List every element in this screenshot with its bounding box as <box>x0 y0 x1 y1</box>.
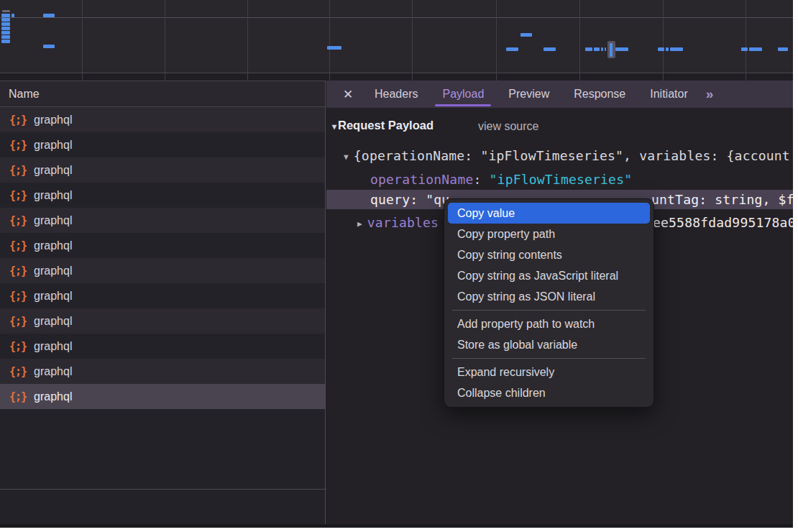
request-payload-header[interactable]: ▾Request Payload <box>332 119 434 132</box>
request-name-label: graphql <box>34 340 72 353</box>
timeline-request-bar[interactable] <box>615 47 628 51</box>
menu-item-collapse-children[interactable]: Collapse children <box>448 382 650 403</box>
timeline-request-bar[interactable] <box>658 47 664 51</box>
json-request-icon: {;} <box>9 340 27 353</box>
request-name-label: graphql <box>34 139 72 152</box>
timeline-request-bar[interactable] <box>1 40 10 43</box>
timeline-gridline <box>247 0 248 81</box>
timeline-request-bar[interactable] <box>1 14 10 17</box>
timeline-request-bar[interactable] <box>1 31 10 35</box>
request-name-label: graphql <box>34 265 72 278</box>
timeline-request-bar[interactable] <box>741 47 748 51</box>
timeline-request-bar[interactable] <box>749 47 762 51</box>
request-name-label: graphql <box>34 315 72 328</box>
timeline-gridline <box>663 0 664 81</box>
timeline-request-bar[interactable] <box>520 33 532 37</box>
timeline-request-bar[interactable] <box>778 47 788 51</box>
timeline-request-bar[interactable] <box>666 47 669 51</box>
timeline-request-bar[interactable] <box>1 27 10 30</box>
timeline-request-bar[interactable] <box>1 18 10 22</box>
request-name-label: graphql <box>34 239 72 252</box>
request-row[interactable]: {;}graphql <box>0 157 325 183</box>
payload-root-row[interactable]: ▼{operationName: "ipFlowTimeseries", var… <box>326 146 793 165</box>
timeline-gridline <box>412 0 413 81</box>
menu-item-expand-recursively[interactable]: Expand recursively <box>448 362 650 382</box>
json-request-icon: {;} <box>9 365 27 378</box>
menu-item-copy-value[interactable]: Copy value <box>448 203 650 224</box>
timeline-request-bar[interactable] <box>544 47 556 51</box>
timeline-request-bar[interactable] <box>585 47 592 51</box>
menu-item-copy-property-path[interactable]: Copy property path <box>448 224 650 244</box>
menu-item-store-as-global-variable[interactable]: Store as global variable <box>448 334 650 355</box>
request-row[interactable]: {;}graphql <box>0 132 325 157</box>
request-row[interactable]: {;}graphql <box>0 308 325 334</box>
detail-tabs: HeadersPayloadPreviewResponseInitiator <box>362 81 700 108</box>
json-request-icon: {;} <box>9 290 27 303</box>
query-row-left-text: query: "qu <box>370 192 449 207</box>
more-tabs-icon[interactable]: » <box>706 86 714 102</box>
json-request-icon: {;} <box>9 114 27 127</box>
network-overview-timeline[interactable] <box>0 0 793 81</box>
timeline-request-bar[interactable] <box>43 14 55 17</box>
name-column-header[interactable]: Name <box>0 81 325 107</box>
tab-payload[interactable]: Payload <box>430 81 496 108</box>
timeline-gridline <box>746 0 746 81</box>
timeline-request-bar[interactable] <box>506 47 518 51</box>
tab-initiator[interactable]: Initiator <box>638 81 700 108</box>
timeline-request-bar[interactable] <box>605 47 606 51</box>
menu-item-copy-string-contents[interactable]: Copy string contents <box>448 244 650 265</box>
view-source-link[interactable]: view source <box>478 120 538 133</box>
timeline-request-bar[interactable] <box>12 14 14 17</box>
expand-right-icon[interactable]: ▶ <box>357 214 362 232</box>
tab-preview[interactable]: Preview <box>496 81 561 108</box>
request-name-label: graphql <box>34 114 72 127</box>
request-row[interactable]: {;}graphql <box>0 359 325 384</box>
timeline-request-bar[interactable] <box>1 22 10 26</box>
close-icon[interactable]: ✕ <box>334 87 362 102</box>
query-row-right-text: untTag: string, $f <box>651 190 793 209</box>
operation-name-key: operationName <box>370 172 473 187</box>
request-payload-title: Request Payload <box>338 119 434 132</box>
request-name-label: graphql <box>34 290 72 303</box>
screenshot-stage: Name {;}graphql{;}graphql{;}graphql{;}gr… <box>0 0 798 532</box>
overview-bottom-band <box>0 73 793 81</box>
json-request-icon: {;} <box>9 214 27 227</box>
request-row[interactable]: {;}graphql <box>0 107 325 132</box>
payload-root-preview: {operationName: "ipFlowTimeseries", vari… <box>354 148 790 163</box>
timeline-request-bar[interactable] <box>594 47 600 51</box>
request-row[interactable]: {;}graphql <box>0 334 325 359</box>
menu-item-copy-string-as-javascript-literal[interactable]: Copy string as JavaScript literal <box>448 265 650 286</box>
timeline-request-bar[interactable] <box>610 43 613 57</box>
timeline-gridline <box>579 0 580 81</box>
collapse-triangle-icon[interactable]: ▾ <box>332 121 336 132</box>
request-name-label: graphql <box>34 390 72 403</box>
timeline-request-bar[interactable] <box>43 45 55 48</box>
menu-item-add-property-path-to-watch[interactable]: Add property path to watch <box>448 313 650 334</box>
request-row[interactable]: {;}graphql <box>0 183 325 208</box>
timeline-request-bar[interactable] <box>327 46 341 50</box>
overview-border <box>0 73 793 73</box>
request-row[interactable]: {;}graphql <box>0 384 325 409</box>
expand-down-icon[interactable]: ▼ <box>344 147 349 165</box>
timeline-request-bar[interactable] <box>601 47 603 51</box>
request-row[interactable]: {;}graphql <box>0 258 325 283</box>
request-row[interactable]: {;}graphql <box>0 283 325 308</box>
tab-response[interactable]: Response <box>561 81 638 108</box>
json-request-icon: {;} <box>9 265 27 278</box>
timeline-gray-bar[interactable] <box>2 10 10 12</box>
tab-headers[interactable]: Headers <box>362 81 430 108</box>
menu-item-copy-string-as-json-literal[interactable]: Copy string as JSON literal <box>448 286 650 307</box>
name-column-label: Name <box>9 88 40 101</box>
request-row[interactable]: {;}graphql <box>0 233 325 258</box>
json-request-icon: {;} <box>9 164 27 177</box>
request-row[interactable]: {;}graphql <box>0 208 325 233</box>
request-name-label: graphql <box>34 189 72 202</box>
operation-name-row[interactable]: operationName: "ipFlowTimeseries" <box>326 170 793 189</box>
variables-right-text: ee5588fdad995178a0 <box>653 213 793 232</box>
timeline-request-bar[interactable] <box>1 35 10 39</box>
devtools-window: Name {;}graphql{;}graphql{;}graphql{;}gr… <box>0 0 793 528</box>
window-bottom-edge <box>0 524 793 528</box>
timeline-request-bar[interactable] <box>670 47 683 51</box>
operation-name-value: "ipFlowTimeseries" <box>490 172 633 187</box>
json-request-icon: {;} <box>9 239 27 252</box>
